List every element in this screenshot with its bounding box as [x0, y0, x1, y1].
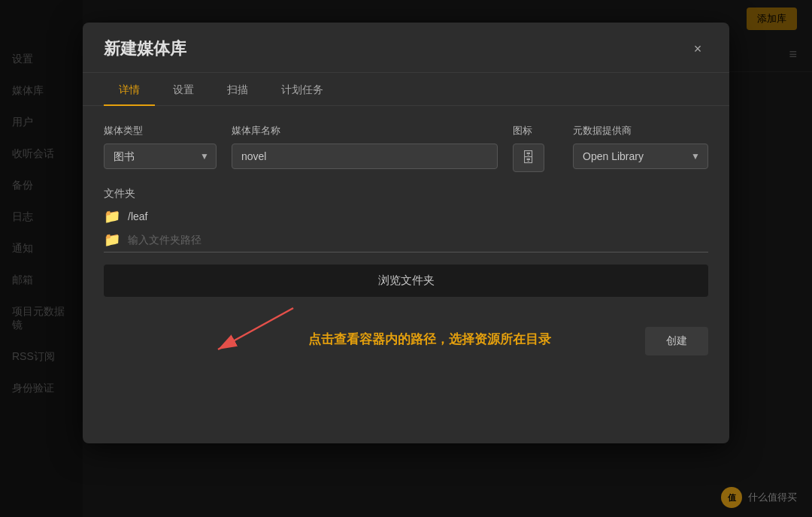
tab-details[interactable]: 详情 [104, 76, 155, 106]
dialog-header: 新建媒体库 × [83, 23, 729, 73]
watermark: 值 什么值得买 [721, 487, 797, 508]
media-type-select-wrapper: 图书 音乐 视频 播客 ▼ [104, 144, 217, 169]
overlay: 新建媒体库 × 详情 设置 扫描 计划任务 媒体类型 图书 音乐 [0, 0, 812, 517]
library-name-label: 媒体库名称 [232, 124, 498, 138]
media-type-select[interactable]: 图书 音乐 视频 播客 [104, 144, 217, 169]
dialog-tabs: 详情 设置 扫描 计划任务 [83, 76, 729, 106]
dialog-footer: 创建 [83, 327, 729, 370]
metadata-select[interactable]: Open Library Google Books [574, 144, 688, 168]
database-icon: 🗄 [522, 150, 535, 166]
library-name-input[interactable] [232, 144, 498, 169]
icon-label: 图标 [513, 124, 558, 138]
tab-settings[interactable]: 设置 [158, 76, 209, 106]
folder-path-input[interactable] [128, 231, 708, 249]
watermark-logo: 值 [721, 487, 742, 508]
library-name-group: 媒体库名称 [232, 124, 498, 169]
folders-section-label: 文件夹 [104, 187, 708, 201]
tab-scheduled[interactable]: 计划任务 [266, 76, 338, 106]
metadata-select-wrapper: Open Library Google Books ▼ [573, 144, 708, 169]
media-type-label: 媒体类型 [104, 124, 217, 138]
folder-item-existing: 📁 /leaf [104, 208, 708, 225]
close-button[interactable]: × [687, 38, 708, 59]
icon-button[interactable]: 🗄 [513, 144, 544, 172]
dialog: 新建媒体库 × 详情 设置 扫描 计划任务 媒体类型 图书 音乐 [83, 23, 729, 443]
folder-icon: 📁 [104, 208, 120, 225]
metadata-group: 元数据提供商 Open Library Google Books ▼ [573, 124, 708, 169]
icon-group: 图标 🗄 [513, 124, 558, 172]
metadata-arrow-icon: ▼ [688, 151, 707, 162]
create-button[interactable]: 创建 [645, 327, 708, 355]
browse-folder-button[interactable]: 浏览文件夹 [104, 265, 708, 297]
dialog-body: 媒体类型 图书 音乐 视频 播客 ▼ 媒体库名称 [83, 106, 729, 327]
dialog-title: 新建媒体库 [104, 38, 186, 60]
watermark-text: 什么值得买 [748, 491, 797, 504]
media-type-group: 媒体类型 图书 音乐 视频 播客 ▼ [104, 124, 217, 169]
tab-scan[interactable]: 扫描 [212, 76, 263, 106]
metadata-label: 元数据提供商 [573, 124, 708, 138]
folder-add-icon: 📁 [104, 231, 120, 248]
folder-path: /leaf [128, 210, 147, 222]
folder-input-row: 📁 [104, 231, 708, 252]
form-row-main: 媒体类型 图书 音乐 视频 播客 ▼ 媒体库名称 [104, 124, 708, 172]
